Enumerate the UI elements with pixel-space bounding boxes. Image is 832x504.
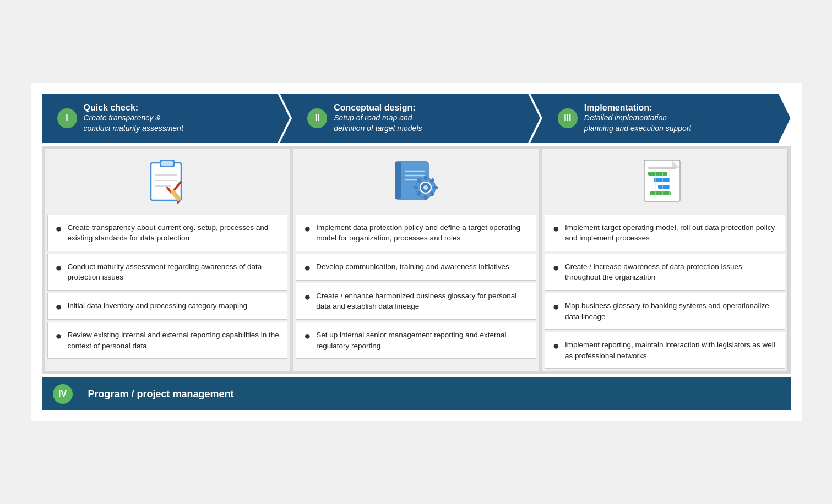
gear-icon (393, 157, 439, 204)
bullet: ● (304, 262, 311, 273)
content-item-III-3: ●Implement reporting, maintain interacti… (545, 332, 785, 369)
item-text: Conduct maturity assessment regarding aw… (68, 261, 280, 283)
content-column-III: ●Implement target operating model, roll … (542, 149, 788, 372)
content-column-I: ●Create transparency about current org. … (45, 149, 291, 372)
content-items-I: ●Create transparency about current org. … (45, 212, 290, 361)
bullet: ● (553, 301, 559, 312)
bottom-bar: IV Program / project management (42, 377, 791, 410)
item-text: Create / enhance harmonized business glo… (316, 291, 528, 312)
item-text: Initial data inventory and processing ca… (68, 300, 247, 311)
content-item-I-3: ●Review existing internal and external r… (47, 322, 288, 359)
item-text: Implement target operating model, roll o… (565, 222, 777, 244)
bullet: ● (304, 291, 311, 302)
item-text: Create transparency about current org. s… (68, 222, 280, 244)
content-item-II-2: ●Create / enhance harmonized business gl… (296, 283, 536, 320)
content-item-I-0: ●Create transparency about current org. … (47, 215, 288, 251)
phase-subtitle-III: Detailed implementation planning and exe… (584, 113, 692, 134)
item-text: Create / increase awareness of data prot… (565, 261, 777, 283)
svg-rect-9 (395, 162, 401, 199)
bullet: ● (304, 330, 311, 341)
bullet: ● (553, 223, 559, 234)
phase-badge-I: I (57, 108, 77, 128)
svg-rect-30 (650, 191, 671, 195)
content-item-III-0: ●Implement target operating model, roll … (545, 215, 785, 251)
column-icon-I (138, 149, 196, 212)
svg-rect-2 (161, 161, 173, 166)
bottom-bar-text: Program / project management (88, 388, 234, 400)
diagram-container: IQuick check:Create transparency & condu… (31, 83, 802, 422)
main-content: IQuick check:Create transparency & condu… (42, 94, 791, 375)
svg-rect-27 (648, 172, 667, 176)
svg-rect-17 (424, 195, 427, 200)
content-item-I-2: ●Initial data inventory and processing c… (47, 293, 288, 320)
item-text: Develop communication, training and awar… (316, 261, 509, 272)
item-text: Review existing internal and external re… (68, 330, 280, 351)
clipboard-icon (146, 157, 188, 204)
bullet: ● (56, 262, 62, 273)
phase-header-II: IIConceptual design:Setup of road map an… (280, 94, 540, 143)
bottom-badge: IV (53, 384, 73, 404)
phase-title-II: Conceptual design: (334, 103, 422, 113)
phase-header-text-I: Quick check:Create transparency & conduc… (84, 103, 183, 134)
svg-rect-18 (414, 186, 418, 189)
column-icon-II (384, 149, 448, 212)
svg-rect-26 (648, 167, 676, 169)
bullet: ● (56, 223, 62, 234)
bullet: ● (553, 262, 559, 273)
content-column-II: ●Implement data protection policy and de… (293, 149, 539, 372)
content-item-II-1: ●Develop communication, training and awa… (296, 254, 536, 281)
gantt-icon (641, 157, 688, 204)
phase-title-I: Quick check: (84, 103, 183, 113)
svg-rect-16 (424, 176, 427, 180)
phase-subtitle-I: Create transparency & conduct maturity a… (84, 113, 183, 134)
item-text: Map business glossary to banking systems… (565, 300, 777, 322)
svg-point-15 (423, 185, 428, 190)
content-items-II: ●Implement data protection policy and de… (293, 212, 539, 361)
phases-header-row: IQuick check:Create transparency & condu… (42, 94, 791, 143)
phase-badge-II: II (307, 108, 327, 128)
phase-badge-III: III (558, 108, 578, 128)
item-text: Implement data protection policy and def… (316, 222, 528, 244)
phase-header-text-II: Conceptual design:Setup of road map and … (334, 103, 422, 134)
phase-header-III: IIIImplementation:Detailed implementatio… (530, 94, 791, 143)
bullet: ● (56, 330, 62, 341)
content-item-III-2: ●Map business glossary to banking system… (545, 293, 785, 330)
content-item-II-3: ●Set up internal senior management repor… (296, 322, 536, 359)
item-text: Implement reporting, maintain interactio… (565, 339, 777, 361)
bullet: ● (304, 223, 311, 234)
bullet: ● (553, 340, 559, 351)
phase-subtitle-II: Setup of road map and definition of targ… (334, 113, 422, 134)
content-item-I-1: ●Conduct maturity assessment regarding a… (47, 254, 288, 291)
item-text: Set up internal senior management report… (316, 330, 528, 351)
content-row: ●Create transparency about current org. … (42, 146, 791, 375)
phase-header-I: IQuick check:Create transparency & condu… (42, 94, 290, 143)
bottom-badge-label: IV (58, 389, 67, 399)
svg-rect-28 (654, 178, 670, 182)
svg-rect-19 (433, 186, 438, 189)
phase-header-text-III: Implementation:Detailed implementation p… (584, 103, 692, 134)
content-items-III: ●Implement target operating model, roll … (542, 212, 787, 371)
column-icon-III (633, 149, 697, 212)
bullet: ● (56, 301, 62, 312)
svg-rect-29 (658, 185, 670, 189)
phase-title-III: Implementation: (584, 103, 692, 113)
content-item-II-0: ●Implement data protection policy and de… (296, 215, 536, 251)
content-item-III-1: ●Create / increase awareness of data pro… (545, 254, 785, 291)
